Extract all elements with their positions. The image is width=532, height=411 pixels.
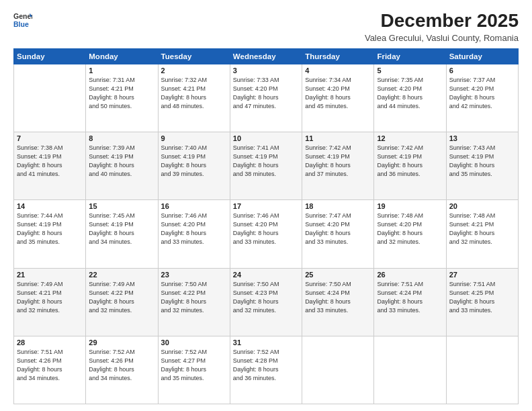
table-row: 12Sunrise: 7:42 AM Sunset: 4:19 PM Dayli…: [374, 132, 446, 200]
day-info: Sunrise: 7:51 AM Sunset: 4:26 PM Dayligh…: [17, 348, 83, 383]
day-info: Sunrise: 7:52 AM Sunset: 4:27 PM Dayligh…: [161, 348, 227, 383]
day-info: Sunrise: 7:48 AM Sunset: 4:20 PM Dayligh…: [377, 212, 443, 246]
table-row: [302, 336, 374, 404]
day-info: Sunrise: 7:32 AM Sunset: 4:21 PM Dayligh…: [161, 76, 227, 111]
svg-text:General: General: [13, 12, 32, 20]
day-number: 12: [377, 134, 443, 142]
svg-text:Blue: Blue: [13, 20, 29, 28]
day-number: 2: [161, 66, 227, 75]
day-info: Sunrise: 7:38 AM Sunset: 4:19 PM Dayligh…: [17, 144, 83, 179]
calendar-table: Sunday Monday Tuesday Wednesday Thursday…: [13, 48, 519, 404]
day-info: Sunrise: 7:52 AM Sunset: 4:26 PM Dayligh…: [89, 348, 154, 383]
day-number: 9: [161, 134, 227, 142]
day-info: Sunrise: 7:52 AM Sunset: 4:28 PM Dayligh…: [233, 348, 299, 383]
table-row: 3Sunrise: 7:33 AM Sunset: 4:20 PM Daylig…: [230, 64, 302, 132]
subtitle: Valea Grecului, Vaslui County, Romania: [365, 33, 519, 43]
day-info: Sunrise: 7:42 AM Sunset: 4:19 PM Dayligh…: [305, 144, 371, 179]
day-info: Sunrise: 7:34 AM Sunset: 4:20 PM Dayligh…: [305, 76, 371, 111]
table-row: 25Sunrise: 7:50 AM Sunset: 4:24 PM Dayli…: [302, 268, 374, 336]
day-info: Sunrise: 7:47 AM Sunset: 4:20 PM Dayligh…: [305, 212, 371, 246]
table-row: 28Sunrise: 7:51 AM Sunset: 4:26 PM Dayli…: [14, 336, 86, 404]
table-row: 19Sunrise: 7:48 AM Sunset: 4:20 PM Dayli…: [374, 200, 446, 268]
day-number: 31: [233, 338, 299, 347]
table-row: 2Sunrise: 7:32 AM Sunset: 4:21 PM Daylig…: [158, 64, 230, 132]
day-info: Sunrise: 7:50 AM Sunset: 4:22 PM Dayligh…: [161, 280, 227, 315]
table-row: [374, 336, 446, 404]
col-monday: Monday: [86, 48, 158, 64]
day-number: 8: [89, 134, 154, 142]
day-number: 4: [305, 66, 371, 75]
day-number: 7: [17, 134, 83, 142]
day-info: Sunrise: 7:35 AM Sunset: 4:20 PM Dayligh…: [377, 76, 443, 111]
col-friday: Friday: [374, 48, 446, 64]
table-row: 22Sunrise: 7:49 AM Sunset: 4:22 PM Dayli…: [86, 268, 158, 336]
day-info: Sunrise: 7:48 AM Sunset: 4:21 PM Dayligh…: [449, 212, 515, 246]
table-row: 30Sunrise: 7:52 AM Sunset: 4:27 PM Dayli…: [158, 336, 230, 404]
table-row: 31Sunrise: 7:52 AM Sunset: 4:28 PM Dayli…: [230, 336, 302, 404]
day-info: Sunrise: 7:49 AM Sunset: 4:22 PM Dayligh…: [89, 280, 154, 315]
day-number: 5: [377, 66, 443, 75]
col-wednesday: Wednesday: [230, 48, 302, 64]
day-info: Sunrise: 7:51 AM Sunset: 4:24 PM Dayligh…: [377, 280, 443, 315]
day-info: Sunrise: 7:50 AM Sunset: 4:23 PM Dayligh…: [233, 280, 299, 315]
day-number: 11: [305, 134, 371, 142]
table-row: [446, 336, 518, 404]
day-number: 22: [89, 271, 154, 279]
day-number: 3: [233, 66, 299, 75]
day-number: 28: [17, 338, 83, 347]
day-number: 26: [377, 271, 443, 279]
day-number: 1: [89, 66, 154, 75]
day-number: 15: [89, 202, 154, 210]
table-row: 6Sunrise: 7:37 AM Sunset: 4:20 PM Daylig…: [446, 64, 518, 132]
table-row: 21Sunrise: 7:49 AM Sunset: 4:21 PM Dayli…: [14, 268, 86, 336]
day-info: Sunrise: 7:46 AM Sunset: 4:20 PM Dayligh…: [161, 212, 227, 246]
table-row: 27Sunrise: 7:51 AM Sunset: 4:25 PM Dayli…: [446, 268, 518, 336]
table-row: 17Sunrise: 7:46 AM Sunset: 4:20 PM Dayli…: [230, 200, 302, 268]
day-number: 30: [161, 338, 227, 347]
logo: General Blue: [13, 11, 32, 30]
day-number: 19: [377, 202, 443, 210]
title-block: December 2025 Valea Grecului, Vaslui Cou…: [365, 11, 519, 43]
day-info: Sunrise: 7:44 AM Sunset: 4:19 PM Dayligh…: [17, 212, 83, 246]
table-row: 29Sunrise: 7:52 AM Sunset: 4:26 PM Dayli…: [86, 336, 158, 404]
day-number: 29: [89, 338, 154, 347]
day-info: Sunrise: 7:43 AM Sunset: 4:19 PM Dayligh…: [449, 144, 515, 179]
table-row: 14Sunrise: 7:44 AM Sunset: 4:19 PM Dayli…: [14, 200, 86, 268]
table-row: 13Sunrise: 7:43 AM Sunset: 4:19 PM Dayli…: [446, 132, 518, 200]
day-number: 6: [449, 66, 515, 75]
day-info: Sunrise: 7:50 AM Sunset: 4:24 PM Dayligh…: [305, 280, 371, 315]
col-sunday: Sunday: [14, 48, 86, 64]
table-row: 9Sunrise: 7:40 AM Sunset: 4:19 PM Daylig…: [158, 132, 230, 200]
day-number: 21: [17, 271, 83, 279]
table-row: 15Sunrise: 7:45 AM Sunset: 4:19 PM Dayli…: [86, 200, 158, 268]
day-info: Sunrise: 7:39 AM Sunset: 4:19 PM Dayligh…: [89, 144, 154, 179]
day-number: 23: [161, 271, 227, 279]
day-info: Sunrise: 7:49 AM Sunset: 4:21 PM Dayligh…: [17, 280, 83, 315]
logo-icon: General Blue: [13, 11, 32, 30]
day-info: Sunrise: 7:31 AM Sunset: 4:21 PM Dayligh…: [89, 76, 154, 111]
table-row: 8Sunrise: 7:39 AM Sunset: 4:19 PM Daylig…: [86, 132, 158, 200]
day-info: Sunrise: 7:51 AM Sunset: 4:25 PM Dayligh…: [449, 280, 515, 315]
table-row: 18Sunrise: 7:47 AM Sunset: 4:20 PM Dayli…: [302, 200, 374, 268]
day-number: 18: [305, 202, 371, 210]
col-thursday: Thursday: [302, 48, 374, 64]
day-info: Sunrise: 7:45 AM Sunset: 4:19 PM Dayligh…: [89, 212, 154, 246]
day-number: 16: [161, 202, 227, 210]
calendar-week-row: 21Sunrise: 7:49 AM Sunset: 4:21 PM Dayli…: [14, 268, 519, 336]
table-row: 10Sunrise: 7:41 AM Sunset: 4:19 PM Dayli…: [230, 132, 302, 200]
table-row: 16Sunrise: 7:46 AM Sunset: 4:20 PM Dayli…: [158, 200, 230, 268]
calendar-week-row: 28Sunrise: 7:51 AM Sunset: 4:26 PM Dayli…: [14, 336, 519, 404]
day-number: 27: [449, 271, 515, 279]
day-info: Sunrise: 7:42 AM Sunset: 4:19 PM Dayligh…: [377, 144, 443, 179]
main-title: December 2025: [365, 11, 519, 32]
day-number: 20: [449, 202, 515, 210]
table-row: 26Sunrise: 7:51 AM Sunset: 4:24 PM Dayli…: [374, 268, 446, 336]
table-row: 1Sunrise: 7:31 AM Sunset: 4:21 PM Daylig…: [86, 64, 158, 132]
col-tuesday: Tuesday: [158, 48, 230, 64]
table-row: 24Sunrise: 7:50 AM Sunset: 4:23 PM Dayli…: [230, 268, 302, 336]
day-number: 24: [233, 271, 299, 279]
page: General Blue December 2025 Valea Greculu…: [0, 0, 532, 411]
table-row: 7Sunrise: 7:38 AM Sunset: 4:19 PM Daylig…: [14, 132, 86, 200]
calendar-week-row: 7Sunrise: 7:38 AM Sunset: 4:19 PM Daylig…: [14, 132, 519, 200]
header: General Blue December 2025 Valea Greculu…: [13, 11, 519, 43]
